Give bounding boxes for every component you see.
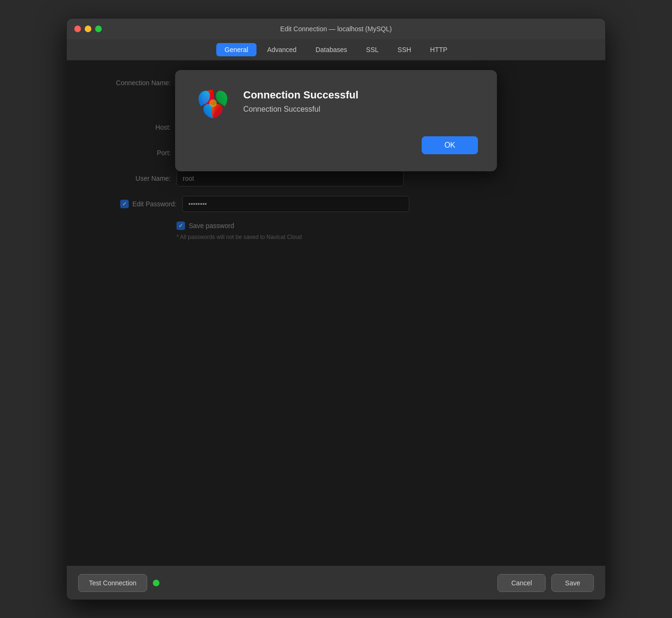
test-connection-button[interactable]: Test Connection (78, 574, 147, 592)
window-title: Edit Connection — localhost (MySQL) (280, 25, 392, 33)
dialog-message: Connection Successful (243, 105, 358, 114)
dialog-text: Connection Successful Connection Success… (243, 85, 358, 114)
save-button[interactable]: Save (551, 574, 594, 592)
cancel-button[interactable]: Cancel (497, 574, 546, 592)
tab-advanced[interactable]: Advanced (258, 43, 305, 56)
tab-ssl[interactable]: SSL (358, 43, 387, 56)
dialog-title: Connection Successful (243, 89, 358, 101)
svg-point-0 (209, 99, 217, 107)
ok-button[interactable]: OK (422, 136, 478, 154)
bottom-right: Cancel Save (497, 574, 594, 592)
tab-general[interactable]: General (216, 43, 257, 56)
maximize-button[interactable] (95, 26, 102, 32)
traffic-lights (74, 26, 102, 32)
main-window: Edit Connection — localhost (MySQL) Gene… (66, 18, 606, 600)
tab-http[interactable]: HTTP (422, 43, 456, 56)
minimize-button[interactable] (85, 26, 91, 32)
bottom-left: Test Connection (78, 574, 159, 592)
navicat-logo-icon (194, 85, 232, 123)
tab-ssh[interactable]: SSH (389, 43, 420, 56)
close-button[interactable] (74, 26, 81, 32)
dialog-body: Connection Successful Connection Success… (194, 85, 478, 123)
success-dialog: Connection Successful Connection Success… (175, 70, 497, 171)
dialog-footer: OK (194, 136, 478, 154)
tab-bar: General Advanced Databases SSL SSH HTTP (67, 39, 605, 61)
title-bar: Edit Connection — localhost (MySQL) (67, 18, 605, 39)
main-content: Connection Name: Host: Port: User Name: (67, 61, 605, 565)
dialog-overlay: Connection Successful Connection Success… (67, 61, 605, 565)
tab-databases[interactable]: Databases (307, 43, 356, 56)
bottom-bar: Test Connection Cancel Save (67, 565, 605, 600)
connection-status-dot (153, 580, 159, 586)
